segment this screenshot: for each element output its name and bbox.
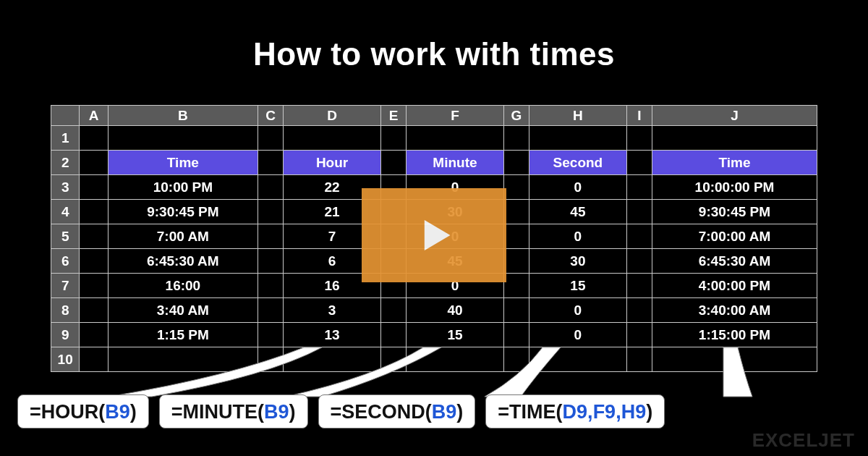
row-2: 2 Time Hour Minute Second Time: [51, 151, 817, 175]
rowhdr-7: 7: [51, 274, 80, 298]
cell-B4: 9:30:45 PM: [108, 200, 258, 224]
header-hour: Hour: [284, 151, 381, 175]
col-H: H: [529, 106, 627, 126]
cell-J5: 7:00:00 AM: [652, 224, 817, 249]
rowhdr-4: 4: [51, 200, 80, 224]
corner-cell: [51, 106, 80, 126]
cell-B6: 6:45:30 AM: [108, 249, 258, 274]
cell-H3: 0: [529, 175, 627, 200]
formula-hour-pre: =HOUR(: [30, 401, 105, 423]
row-8: 8 3:40 AM 3 40 0 3:40:00 AM: [51, 298, 817, 323]
formula-callouts: =HOUR(B9) =MINUTE(B9) =SECOND(B9) =TIME(…: [0, 394, 868, 428]
col-B: B: [108, 106, 258, 126]
formula-second: =SECOND(B9): [318, 394, 476, 428]
cell-H6: 30: [529, 249, 627, 274]
cell-H9: 0: [529, 323, 627, 347]
col-I: I: [626, 106, 652, 126]
formula-second-post: ): [456, 401, 463, 423]
cell-H4: 45: [529, 200, 627, 224]
header-minute: Minute: [407, 151, 504, 175]
header-time-in: Time: [108, 151, 258, 175]
row-9: 9 1:15 PM 13 15 0 1:15:00 PM: [51, 323, 817, 347]
formula-time-pre: =TIME(: [498, 401, 562, 423]
formula-minute-ref: B9: [264, 401, 289, 423]
col-F: F: [407, 106, 504, 126]
formula-minute: =MINUTE(B9): [159, 394, 308, 428]
play-button[interactable]: [362, 188, 506, 282]
col-E: E: [380, 106, 406, 126]
rowhdr-1: 1: [51, 126, 80, 151]
rowhdr-8: 8: [51, 298, 80, 323]
rowhdr-9: 9: [51, 323, 80, 347]
column-header-row: A B C D E F G H I J: [51, 106, 817, 126]
formula-hour-post: ): [130, 401, 137, 423]
cell-J8: 3:40:00 AM: [652, 298, 817, 323]
cell-J9: 1:15:00 PM: [652, 323, 817, 347]
col-A: A: [80, 106, 108, 126]
cell-H7: 15: [529, 274, 627, 298]
formula-minute-post: ): [289, 401, 296, 423]
cell-B5: 7:00 AM: [108, 224, 258, 249]
cell-F8: 40: [407, 298, 504, 323]
row-10: 10: [51, 347, 817, 372]
svg-marker-0: [425, 220, 451, 250]
cell-J7: 4:00:00 PM: [652, 274, 817, 298]
col-J: J: [652, 106, 817, 126]
rowhdr-6: 6: [51, 249, 80, 274]
cell-J3: 10:00:00 PM: [652, 175, 817, 200]
col-D: D: [284, 106, 381, 126]
formula-minute-pre: =MINUTE(: [171, 401, 264, 423]
rowhdr-3: 3: [51, 175, 80, 200]
row-1: 1: [51, 126, 817, 151]
cell-J4: 9:30:45 PM: [652, 200, 817, 224]
watermark: EXCELJET: [752, 429, 855, 452]
cell-J6: 6:45:30 AM: [652, 249, 817, 274]
col-C: C: [258, 106, 283, 126]
formula-time: =TIME(D9,F9,H9): [485, 394, 665, 428]
cell-D9: 13: [284, 323, 381, 347]
cell-H8: 0: [529, 298, 627, 323]
formula-second-pre: =SECOND(: [331, 401, 432, 423]
cell-B3: 10:00 PM: [108, 175, 258, 200]
header-time-out: Time: [652, 151, 817, 175]
cell-D8: 3: [284, 298, 381, 323]
formula-time-ref: D9,F9,H9: [563, 401, 647, 423]
formula-hour: =HOUR(B9): [17, 394, 149, 428]
page-title: How to work with times: [0, 0, 868, 72]
cell-B9: 1:15 PM: [108, 323, 258, 347]
cell-H5: 0: [529, 224, 627, 249]
cell-B8: 3:40 AM: [108, 298, 258, 323]
cell-F9: 15: [407, 323, 504, 347]
col-G: G: [503, 106, 529, 126]
play-icon: [410, 211, 458, 259]
formula-time-post: ): [646, 401, 652, 423]
formula-hour-ref: B9: [105, 401, 130, 423]
rowhdr-5: 5: [51, 224, 80, 249]
cell-B7: 16:00: [108, 274, 258, 298]
rowhdr-10: 10: [51, 347, 80, 372]
rowhdr-2: 2: [51, 151, 80, 175]
header-second: Second: [529, 151, 627, 175]
formula-second-ref: B9: [432, 401, 457, 423]
